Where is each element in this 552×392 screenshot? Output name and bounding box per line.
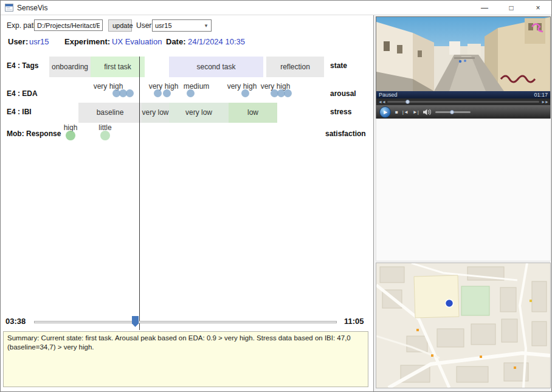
video-status-bar: Paused 01:17 — [376, 91, 550, 98]
stress-segment[interactable]: low — [229, 103, 277, 123]
volume-slider-thumb[interactable] — [450, 110, 454, 114]
video-seek-bar: ◄◄ ►► — [376, 98, 550, 105]
user-combobox[interactable]: usr15 ▾ — [152, 19, 212, 32]
arousal-bubble[interactable] — [284, 89, 292, 97]
arousal-bubble[interactable] — [126, 89, 134, 97]
row-label-ibi: E4 : IBI — [7, 108, 32, 116]
play-button[interactable]: ▶ — [379, 106, 391, 118]
stress-segment[interactable]: baseline — [78, 103, 142, 123]
previous-button[interactable]: |◄ — [402, 109, 409, 115]
satisfaction-bubble[interactable] — [100, 131, 110, 140]
app-window: SenseVis — □ × Exp. path: update User: u… — [0, 0, 552, 392]
state-segment[interactable]: first task — [91, 57, 145, 77]
start-time-label: 03:38 — [5, 317, 26, 326]
state-segment[interactable]: reflection — [266, 57, 324, 77]
info-user-label: User: — [8, 37, 28, 46]
chevron-down-icon: ▾ — [201, 22, 211, 29]
video-frame-image[interactable] — [376, 17, 550, 91]
info-experiment-value: UX Evaluation — [112, 37, 162, 46]
info-date-value: 24/1/2024 10:35 — [188, 37, 245, 46]
state-segment[interactable]: onboarding — [49, 57, 91, 77]
video-controls: ▶ ■ |◄ ►| — [376, 105, 550, 119]
rewind-icon[interactable]: ◄◄ — [378, 100, 385, 104]
arousal-bubble[interactable] — [154, 89, 162, 97]
satisfaction-bubble[interactable] — [66, 131, 75, 140]
seek-thumb[interactable] — [405, 100, 410, 104]
volume-slider-track[interactable] — [435, 111, 471, 113]
window-title: SenseVis — [17, 4, 47, 12]
dimension-label-state: state — [330, 61, 347, 70]
media-panel: Paused 01:17 ◄◄ ►► ▶ ■ |◄ ►| — [373, 15, 552, 392]
arousal-bubble[interactable] — [163, 89, 171, 97]
window-controls: — □ × — [471, 1, 551, 15]
map-view[interactable] — [376, 263, 551, 388]
volume-icon[interactable] — [423, 109, 431, 115]
state-segment[interactable]: second task — [169, 57, 263, 77]
video-status-text: Paused — [379, 92, 398, 98]
arousal-bubble[interactable] — [187, 89, 195, 97]
arousal-event-label: medium — [175, 82, 218, 91]
close-button[interactable]: × — [525, 1, 551, 15]
map-green-area — [461, 286, 489, 315]
video-player: Paused 01:17 ◄◄ ►► ▶ ■ |◄ ►| — [376, 16, 551, 120]
time-slider-thumb[interactable] — [132, 316, 139, 327]
dimension-label-satisfaction: satisfaction — [325, 129, 366, 138]
map-position-marker — [446, 300, 454, 308]
map-landmark-building — [414, 275, 459, 318]
empty-panel — [376, 119, 551, 261]
timeline-panel: Exp. path: update User: usr15 ▾ User: us… — [1, 15, 373, 392]
summary-textbox[interactable]: Summary: Current state: first task. Arou… — [3, 331, 368, 387]
end-time-label: 11:05 — [344, 317, 364, 326]
user-combo-label: User: — [136, 21, 154, 30]
app-icon — [5, 4, 13, 12]
stress-segment[interactable]: very low — [169, 103, 229, 123]
fast-forward-icon[interactable]: ►► — [541, 100, 548, 104]
map-image — [376, 263, 550, 388]
row-label-eda: E4 : EDA — [7, 89, 38, 98]
dimension-label-stress: stress — [330, 108, 351, 116]
row-label-tags: E4 : Tags — [7, 61, 38, 70]
next-button[interactable]: ►| — [413, 109, 419, 115]
maximize-button[interactable]: □ — [498, 1, 525, 15]
stop-button[interactable]: ■ — [395, 109, 398, 115]
minimize-button[interactable]: — — [471, 1, 498, 15]
info-date-label: Date: — [166, 37, 186, 46]
dimension-label-arousal: arousal — [330, 89, 356, 98]
time-slider-track[interactable] — [34, 321, 337, 323]
video-time-text: 01:17 — [534, 92, 548, 98]
update-button[interactable]: update — [108, 19, 132, 32]
user-combobox-value: usr15 — [153, 22, 201, 29]
info-user-value: usr15 — [29, 37, 49, 46]
title-bar: SenseVis — □ × — [1, 1, 551, 15]
seek-track[interactable] — [387, 101, 539, 103]
stress-segment[interactable]: very low — [142, 103, 169, 123]
arousal-bubble[interactable] — [241, 89, 249, 97]
play-icon: ▶ — [384, 109, 387, 115]
exp-path-input[interactable] — [34, 19, 103, 31]
info-experiment-label: Experiment: — [64, 37, 110, 46]
time-cursor-line — [139, 57, 140, 330]
